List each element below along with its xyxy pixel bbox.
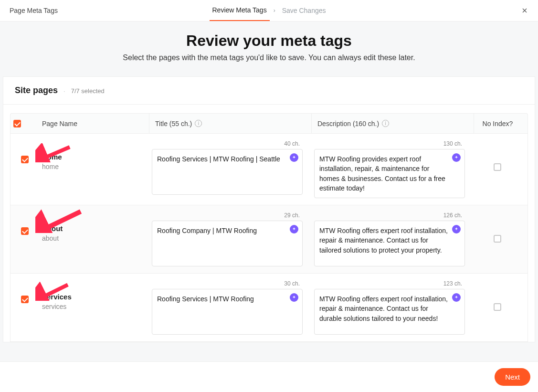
- title-text: Roofing Services | MTW Roofing | Seattle: [157, 155, 280, 163]
- page-slug: home: [42, 163, 146, 170]
- breadcrumb-save[interactable]: Save Changes: [279, 0, 329, 21]
- info-icon[interactable]: i: [382, 120, 389, 127]
- close-button[interactable]: [520, 6, 529, 15]
- card-title: Site pages: [15, 85, 58, 95]
- col-header-page-name: Page Name: [39, 120, 149, 127]
- row-checkbox[interactable]: [21, 156, 29, 163]
- title-input[interactable]: Roofing Services | MTW Roofing: [152, 289, 303, 335]
- table-row: Home home 40 ch. Roofing Services | MTW …: [10, 133, 528, 205]
- hero: Review your meta tags Select the pages w…: [0, 21, 538, 76]
- ai-sparkle-icon[interactable]: [452, 225, 461, 233]
- col-header-description: Description (160 ch.) i: [311, 114, 474, 133]
- ai-sparkle-icon[interactable]: [290, 225, 298, 233]
- table-header-row: Page Name Title (55 ch.) i Description (…: [10, 113, 528, 133]
- description-input[interactable]: MTW Roofing offers expert roof installat…: [314, 289, 465, 335]
- meta-table: Page Name Title (55 ch.) i Description (…: [3, 105, 535, 342]
- ai-sparkle-icon[interactable]: [290, 153, 298, 162]
- site-pages-card: Site pages · 7/7 selected Page Name Titl…: [3, 76, 535, 342]
- page-slug: services: [42, 303, 146, 310]
- chevron-right-icon: ›: [274, 7, 275, 14]
- close-icon: [521, 7, 528, 14]
- select-all-checkbox[interactable]: [13, 120, 21, 127]
- row-checkbox[interactable]: [21, 296, 29, 303]
- title-char-count: 29 ch.: [152, 212, 303, 219]
- title-text: Roofing Company | MTW Roofing: [157, 227, 257, 234]
- row-checkbox[interactable]: [21, 227, 29, 235]
- ai-sparkle-icon[interactable]: [452, 153, 461, 162]
- info-icon[interactable]: i: [195, 120, 202, 127]
- page-subheading: Select the pages with the meta tags you'…: [0, 53, 538, 62]
- desc-text: MTW Roofing offers expert roof installat…: [319, 227, 448, 254]
- selected-count: 7/7 selected: [71, 87, 105, 95]
- page-name: Services: [42, 293, 146, 301]
- desc-char-count: 123 ch.: [314, 280, 465, 287]
- noindex-checkbox[interactable]: [494, 235, 501, 243]
- noindex-checkbox[interactable]: [494, 303, 501, 311]
- footer-bar: Next: [0, 361, 538, 392]
- topbar-title: Page Meta Tags: [10, 7, 58, 14]
- page-heading: Review your meta tags: [0, 32, 538, 50]
- noindex-checkbox[interactable]: [494, 163, 501, 171]
- top-bar: Page Meta Tags Review Meta Tags › Save C…: [0, 0, 538, 21]
- col-header-title-label: Title (55 ch.): [155, 120, 192, 127]
- table-row: Services services 30 ch. Roofing Service…: [10, 273, 528, 342]
- next-button[interactable]: Next: [495, 368, 530, 386]
- title-char-count: 30 ch.: [152, 280, 303, 287]
- description-input[interactable]: MTW Roofing offers expert roof installat…: [314, 221, 465, 266]
- col-header-title: Title (55 ch.) i: [149, 114, 311, 133]
- separator-dot: ·: [63, 87, 65, 95]
- title-input[interactable]: Roofing Company | MTW Roofing: [152, 221, 303, 266]
- page-slug: about: [42, 234, 146, 242]
- page-name: About: [42, 224, 146, 233]
- col-header-noindex: No Index?: [474, 114, 521, 133]
- table-row: About about 29 ch. Roofing Company | MTW…: [10, 205, 528, 273]
- description-input[interactable]: MTW Roofing provides expert roof install…: [314, 149, 465, 198]
- page-name: Home: [42, 153, 146, 161]
- card-header: Site pages · 7/7 selected: [3, 77, 535, 105]
- title-input[interactable]: Roofing Services | MTW Roofing | Seattle: [152, 149, 303, 195]
- ai-sparkle-icon[interactable]: [290, 293, 298, 302]
- col-header-desc-label: Description (160 ch.): [317, 120, 379, 127]
- breadcrumb: Review Meta Tags › Save Changes: [210, 0, 329, 21]
- desc-text: MTW Roofing offers expert roof installat…: [319, 295, 448, 322]
- col-header-check: [11, 120, 39, 127]
- title-char-count: 40 ch.: [152, 140, 303, 147]
- breadcrumb-review[interactable]: Review Meta Tags: [210, 0, 270, 21]
- desc-char-count: 130 ch.: [314, 140, 465, 147]
- desc-char-count: 126 ch.: [314, 212, 465, 219]
- ai-sparkle-icon[interactable]: [452, 293, 461, 302]
- title-text: Roofing Services | MTW Roofing: [157, 295, 254, 303]
- desc-text: MTW Roofing provides expert roof install…: [319, 155, 445, 192]
